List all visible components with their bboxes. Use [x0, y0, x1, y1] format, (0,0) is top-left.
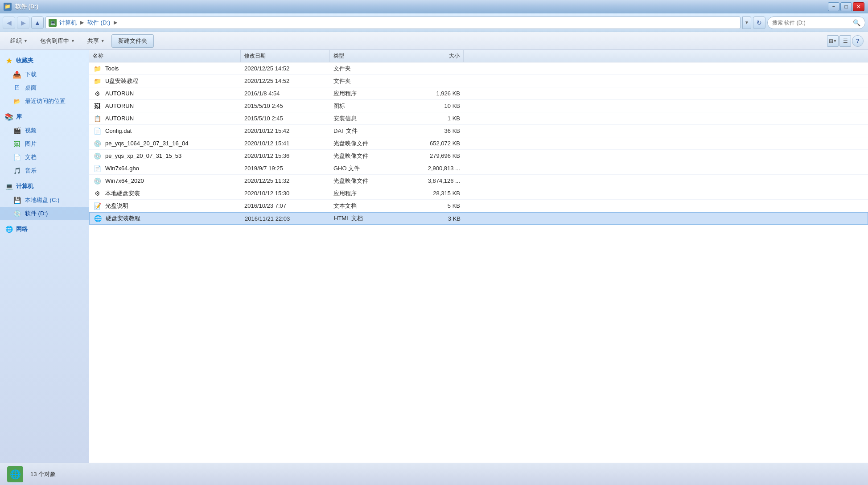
- file-type-icon: 💿: [93, 139, 102, 148]
- sidebar-header-network[interactable]: 🌐 网络: [0, 222, 89, 236]
- sidebar-header-computer[interactable]: 💻 计算机: [0, 179, 89, 193]
- col-header-date[interactable]: 修改日期: [241, 50, 330, 62]
- minimize-button[interactable]: －: [828, 2, 839, 11]
- drive-c-icon: 💾: [12, 196, 21, 205]
- title-bar-title: 软件 (D:): [15, 3, 38, 11]
- sidebar-item-drive-d[interactable]: 💿 软件 (D:): [0, 207, 89, 220]
- file-name-cell: 📄 Win7x64.gho: [89, 162, 241, 174]
- sidebar-favorites-label: 收藏夹: [16, 57, 33, 65]
- file-name-cell: ⚙ AUTORUN: [89, 87, 241, 99]
- file-size-cell: 2,900,813 ...: [401, 162, 464, 174]
- refresh-button[interactable]: ↻: [753, 16, 765, 29]
- file-name-label: AUTORUN: [105, 115, 134, 122]
- video-icon: 🎬: [12, 126, 21, 135]
- file-rows: 📁 Tools 2020/12/25 14:52 文件夹 📁 U盘安装教程 20…: [89, 62, 868, 225]
- breadcrumb-drive[interactable]: 软件 (D:): [87, 19, 110, 27]
- sidebar-item-video-label: 视频: [25, 127, 37, 135]
- sidebar-header-library[interactable]: 📚 库: [0, 110, 89, 124]
- file-size-cell: 652,072 KB: [401, 137, 464, 149]
- search-icon[interactable]: 🔍: [853, 19, 860, 26]
- address-dropdown-button[interactable]: ▼: [742, 16, 751, 29]
- sidebar-item-image[interactable]: 🖼 图片: [0, 137, 89, 151]
- file-date-cell: 2020/12/25 14:52: [241, 62, 330, 74]
- file-name-label: Win7x64_2020: [105, 177, 144, 184]
- table-row[interactable]: 📁 U盘安装教程 2020/12/25 14:52 文件夹: [89, 75, 868, 87]
- file-date-cell: 2020/10/12 15:30: [241, 187, 330, 199]
- sidebar-item-download[interactable]: 📥 下载: [0, 68, 89, 81]
- table-row[interactable]: ⚙ 本地硬盘安装 2020/10/12 15:30 应用程序 28,315 KB: [89, 187, 868, 200]
- file-date-cell: 2020/10/12 15:36: [241, 150, 330, 162]
- table-row[interactable]: 📋 AUTORUN 2015/5/10 2:45 安装信息 1 KB: [89, 112, 868, 125]
- breadcrumb-sep-2: ▶: [114, 20, 117, 25]
- table-row[interactable]: 💿 pe_yqs_xp_20_07_31_15_53 2020/10/12 15…: [89, 150, 868, 162]
- close-button[interactable]: ✕: [853, 2, 864, 11]
- table-row[interactable]: 📁 Tools 2020/12/25 14:52 文件夹: [89, 62, 868, 75]
- table-row[interactable]: 📄 Config.dat 2020/10/12 15:42 DAT 文件 36 …: [89, 125, 868, 137]
- table-row[interactable]: ⚙ AUTORUN 2016/1/8 4:54 应用程序 1,926 KB: [89, 87, 868, 100]
- file-type-icon: 📄: [93, 127, 102, 136]
- drive-d-icon: 💿: [12, 209, 21, 218]
- sidebar-item-drive-c[interactable]: 💾 本地磁盘 (C:): [0, 193, 89, 207]
- sidebar-item-desktop[interactable]: 🖥 桌面: [0, 81, 89, 95]
- sidebar-item-drive-d-label: 软件 (D:): [25, 210, 48, 218]
- file-type-icon: ⚙: [93, 189, 102, 198]
- share-arrow-icon: ▼: [101, 39, 105, 43]
- sidebar-item-music-label: 音乐: [25, 167, 37, 175]
- file-type-cell: 应用程序: [330, 87, 401, 99]
- view-buttons: ⊞ ▼ ☰: [827, 35, 851, 47]
- table-row[interactable]: 📝 光盘说明 2016/10/23 7:07 文本文档 5 KB: [89, 200, 868, 212]
- sidebar-item-music[interactable]: 🎵 音乐: [0, 164, 89, 177]
- file-name-label: pe_yqs_xp_20_07_31_15_53: [105, 152, 181, 159]
- col-header-name[interactable]: 名称: [89, 50, 241, 62]
- sidebar-item-image-label: 图片: [25, 140, 37, 148]
- maximize-button[interactable]: □: [840, 2, 852, 11]
- file-name-cell: 💿 Win7x64_2020: [89, 175, 241, 187]
- search-input[interactable]: [772, 20, 850, 26]
- title-bar-app-icon: 📁: [4, 3, 12, 11]
- file-type-icon: 🖼: [93, 102, 102, 111]
- file-name-label: Tools: [105, 65, 119, 72]
- file-size-cell: 5 KB: [401, 200, 464, 212]
- col-header-type[interactable]: 类型: [330, 50, 401, 62]
- file-date-cell: 2016/1/8 4:54: [241, 87, 330, 99]
- file-name-cell: ⚙ 本地硬盘安装: [89, 187, 241, 199]
- file-date-cell: 2019/9/7 19:25: [241, 162, 330, 174]
- computer-icon: 💻: [4, 182, 13, 191]
- back-button[interactable]: ◀: [3, 16, 15, 29]
- organize-button[interactable]: 组织 ▼: [4, 34, 33, 48]
- file-size-cell: 36 KB: [401, 125, 464, 137]
- table-row[interactable]: 🖼 AUTORUN 2015/5/10 2:45 图标 10 KB: [89, 100, 868, 112]
- table-row[interactable]: 🌐 硬盘安装教程 2016/11/21 22:03 HTML 文档 3 KB: [89, 212, 868, 225]
- status-text: 13 个对象: [30, 470, 56, 478]
- table-row[interactable]: 📄 Win7x64.gho 2019/9/7 19:25 GHO 文件 2,90…: [89, 162, 868, 175]
- share-button[interactable]: 共享 ▼: [82, 34, 111, 48]
- sidebar-item-recent[interactable]: 📂 最近访问的位置: [0, 95, 89, 108]
- sidebar-item-video[interactable]: 🎬 视频: [0, 124, 89, 137]
- file-date-cell: 2015/5/10 2:45: [241, 112, 330, 124]
- file-type-cell: 文本文档: [330, 200, 401, 212]
- view-toggle-button[interactable]: ⊞ ▼: [827, 35, 839, 47]
- sidebar-item-document[interactable]: 📄 文档: [0, 151, 89, 164]
- file-name-cell: 💿 pe_yqs_1064_20_07_31_16_04: [89, 137, 241, 149]
- up-button[interactable]: ▲: [31, 16, 44, 29]
- main-layout: ★ 收藏夹 📥 下载 🖥 桌面 📂 最近访问的位置 📚 库: [0, 50, 868, 463]
- help-button[interactable]: ?: [852, 35, 864, 47]
- details-view-button[interactable]: ☰: [839, 35, 851, 47]
- view-icon: ⊞: [829, 38, 833, 44]
- library-icon: 📚: [4, 112, 13, 121]
- table-row[interactable]: 💿 Win7x64_2020 2020/12/25 11:32 光盘映像文件 3…: [89, 175, 868, 187]
- table-row[interactable]: 💿 pe_yqs_1064_20_07_31_16_04 2020/10/12 …: [89, 137, 868, 150]
- forward-button[interactable]: ▶: [17, 16, 29, 29]
- breadcrumb-computer[interactable]: 计算机: [59, 19, 77, 27]
- file-type-cell: GHO 文件: [330, 162, 401, 174]
- file-list-header: 名称 修改日期 类型 大小: [89, 50, 868, 62]
- sidebar-header-favorites[interactable]: ★ 收藏夹: [0, 53, 89, 68]
- sidebar-item-desktop-label: 桌面: [25, 84, 37, 92]
- file-date-cell: 2020/12/25 11:32: [241, 175, 330, 187]
- new-folder-button[interactable]: 新建文件夹: [111, 34, 154, 48]
- col-header-size[interactable]: 大小: [401, 50, 464, 62]
- file-type-cell: 安装信息: [330, 112, 401, 124]
- include-library-button[interactable]: 包含到库中 ▼: [34, 34, 81, 48]
- sidebar-section-favorites: ★ 收藏夹 📥 下载 🖥 桌面 📂 最近访问的位置: [0, 53, 89, 108]
- file-size-cell: 3 KB: [402, 213, 464, 224]
